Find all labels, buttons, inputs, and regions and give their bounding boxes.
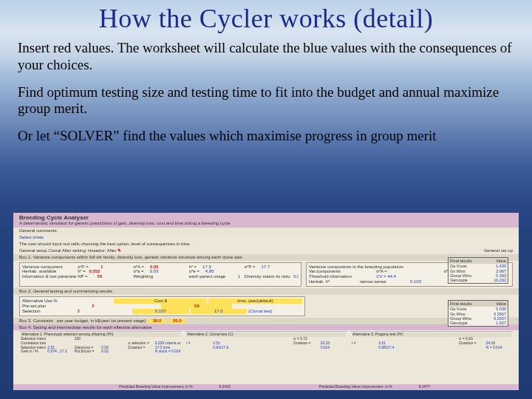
box1-row: Variance component σ²F = 1 σ²A = 0.92 h²… bbox=[13, 261, 519, 289]
paragraph-1: Insert red values. The worksheet will ca… bbox=[18, 40, 514, 74]
slide-body: Insert red values. The worksheet will ca… bbox=[18, 40, 514, 155]
general-setup-label: General set up bbox=[484, 248, 513, 253]
b2-v3a: 2 bbox=[78, 309, 132, 314]
b2-l2: Pre-set plan bbox=[22, 304, 90, 309]
sheet-title: Breeding Cycle Analyser bbox=[19, 214, 513, 221]
sheet-subtitle: A deterministic simulator for genetic pr… bbox=[19, 221, 513, 226]
res2-hdr: Final results bbox=[450, 301, 496, 306]
instruction-row: The user should input red cells choosing… bbox=[13, 241, 519, 248]
fam-v3e: 0.057 bbox=[291, 274, 299, 279]
b2-v2a: 2 bbox=[92, 304, 160, 309]
fam-l2a: Heritab. available bbox=[22, 269, 76, 274]
fam-l1b: σ²F = bbox=[78, 265, 89, 269]
b2-c1: Cost $ bbox=[114, 299, 207, 304]
fam-l3d: each parent usage bbox=[189, 274, 226, 279]
box4-header: Box 4. Setting and intermediate results … bbox=[13, 324, 519, 331]
slide: How the Cycler works (detail) Insert red… bbox=[0, 0, 532, 399]
fam-l2b: h² = bbox=[78, 269, 86, 273]
var-v1a: σ²A = bbox=[376, 269, 442, 274]
fam-v1c: 0.92 bbox=[146, 265, 159, 270]
res2-hv: Value bbox=[496, 301, 506, 306]
box2-header: Box 2. General testing and summarizing r… bbox=[13, 288, 519, 295]
b3-text: per year budget, in k$/year (at present … bbox=[57, 318, 146, 323]
b2-c3: 0.107 bbox=[132, 309, 189, 314]
after-red: ✎ bbox=[117, 248, 121, 253]
worksheet-screenshot: Breeding Cycle Analyser A deterministic … bbox=[13, 213, 519, 390]
b3-v1: 30.0 bbox=[148, 318, 166, 324]
b2-c2: 59 bbox=[161, 304, 232, 309]
box1-header: Box 1. Variance components within full s… bbox=[13, 254, 519, 261]
b2-l3: Selection bbox=[22, 309, 76, 314]
fam-l3a: Information & lost parameters bbox=[22, 274, 76, 279]
select-sheet-row: Select sheet bbox=[13, 234, 519, 241]
slide-title: How the Cycler works (detail) bbox=[0, 3, 532, 34]
fam-v3b: 50 bbox=[89, 274, 102, 279]
res1-hdr: Final results bbox=[450, 259, 496, 263]
var-v2a: CV = 44.4 bbox=[376, 274, 442, 279]
testing-panel: Alternative Use % Cost $ time, year(defa… bbox=[19, 296, 305, 316]
fam-v2c: 3.03 bbox=[145, 269, 158, 274]
option-row: General setup Clonal After setting: Hsee… bbox=[13, 248, 519, 254]
fam-v3d: 1 bbox=[227, 274, 240, 279]
option-row-text: General setup Clonal After setting: Hsee… bbox=[19, 248, 116, 253]
b2-l1: Alternative Use % bbox=[22, 299, 112, 304]
paragraph-3: Or let “SOLVER” find the values which ma… bbox=[18, 128, 514, 145]
sheet-footer: Predicted Breeding Value Improvement, in… bbox=[13, 384, 519, 390]
res1-hv: Value bbox=[496, 259, 506, 263]
fam-l2c: σ²a = bbox=[133, 269, 143, 273]
results-panel-1: Final resultsValue Ga Vcost1.420Gs Wins2… bbox=[448, 257, 508, 284]
fam-l1c: σ²A = bbox=[133, 265, 144, 269]
fam-l1a: Variance component bbox=[22, 265, 76, 270]
fam-v2d: 4.80 bbox=[201, 269, 214, 274]
box2-row: Alternative Use % Cost $ time, year(defa… bbox=[13, 295, 519, 318]
var-v3a: narrow sense bbox=[360, 279, 409, 284]
fam-l3c: Weighting bbox=[133, 274, 187, 279]
fam-l2d: σ²e = bbox=[189, 269, 200, 273]
paragraph-2: Find optimum testing size and testing ti… bbox=[18, 84, 514, 118]
general-comments-bar: General comments bbox=[13, 228, 519, 234]
fam-v1b: 1 bbox=[89, 265, 103, 270]
sheet-header: Breeding Cycle Analyser A deterministic … bbox=[13, 213, 519, 228]
fam-l3e: Diversity status its ratio bbox=[245, 274, 290, 279]
fam-v1d: 17.9 bbox=[198, 265, 211, 270]
alternatives-strip: Alternative 1. Phenotypic selection amon… bbox=[13, 330, 519, 355]
box3-header: Box 3. Constraint per year budget, in k$… bbox=[13, 318, 519, 324]
b3-v2: 20.0 bbox=[168, 318, 186, 324]
b2-t1: time, year(default) bbox=[208, 299, 301, 304]
box3-hdr-text: Box 3. Constraint bbox=[19, 318, 53, 323]
fam-l1d: h² = bbox=[189, 265, 197, 269]
var-l1: Var.components bbox=[309, 269, 375, 274]
fam-l1e: σ²P = bbox=[245, 265, 256, 269]
b2-t3: 17.0 bbox=[191, 309, 248, 314]
fam-v1e: 17.7 bbox=[256, 265, 270, 270]
results-panel-2: Final resultsValue Ga Vcost0.030Gs Wins0… bbox=[448, 300, 508, 327]
var-l2: Threshold information bbox=[309, 274, 375, 279]
fam-v2b: 0.052 bbox=[86, 269, 100, 274]
family-panel: Variance component σ²F = 1 σ²A = 0.92 h²… bbox=[19, 262, 301, 287]
var-l3: Heritab. h² bbox=[309, 279, 358, 284]
fam-l3b: NP = bbox=[78, 274, 87, 279]
b2-cl: (Clonal test) bbox=[248, 309, 302, 314]
